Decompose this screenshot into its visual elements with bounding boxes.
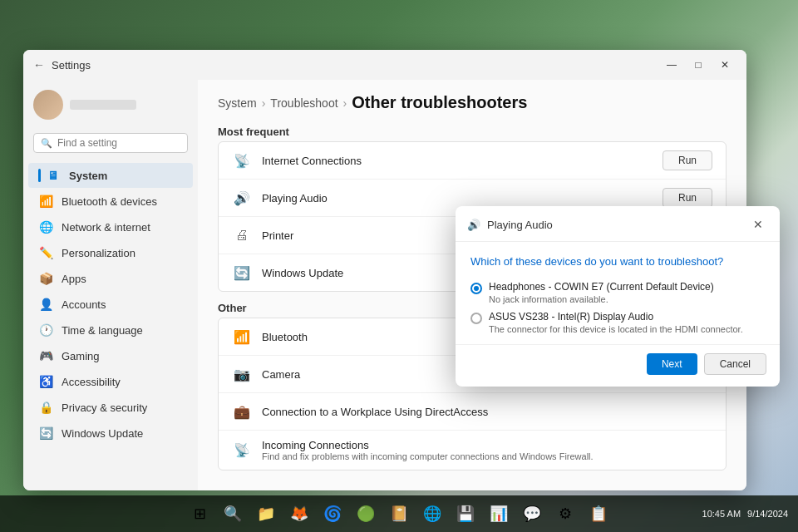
search-input[interactable] <box>57 137 182 149</box>
headphones-option: Headphones - COWIN E7 (Current Default D… <box>489 281 714 304</box>
title-bar: ← Settings — □ ✕ <box>23 50 746 80</box>
dialog-title-left: 🔊 Playing Audio <box>467 219 553 231</box>
system-icon: 🖥 <box>46 168 61 183</box>
run-audio-button[interactable]: Run <box>663 188 712 208</box>
dialog-title-bar: 🔊 Playing Audio ✕ <box>456 206 780 242</box>
accessibility-icon: ♿ <box>38 374 53 389</box>
sidebar-label-personalization: Personalization <box>62 247 135 259</box>
taskbar-right: 10:45 AM 9/14/2024 <box>702 509 788 519</box>
most-frequent-header: Most frequent <box>218 126 727 138</box>
avatar-area <box>23 86 198 130</box>
sidebar-item-windowsupdate[interactable]: 🔄 Windows Update <box>28 421 193 446</box>
radio-dot-headphones <box>470 283 482 294</box>
bluetooth-icon: 📶 <box>38 194 53 209</box>
dialog-close-button[interactable]: ✕ <box>748 214 768 234</box>
incoming-sub: Find and fix problems with incoming comp… <box>262 451 712 461</box>
sidebar-item-accessibility[interactable]: ♿ Accessibility <box>28 369 193 394</box>
sidebar-item-bluetooth[interactable]: 📶 Bluetooth & devices <box>28 189 193 214</box>
run-internet-button[interactable]: Run <box>663 150 712 170</box>
sidebar-label-apps: Apps <box>62 273 86 285</box>
taskbar-app2[interactable]: 🟢 <box>351 499 381 529</box>
workplace-icon: 💼 <box>232 401 252 421</box>
device-radio-group: Headphones - COWIN E7 (Current Default D… <box>470 281 765 334</box>
printer-icon: 🖨 <box>232 225 252 245</box>
window-title: Settings <box>52 59 91 71</box>
sidebar-item-privacy[interactable]: 🔒 Privacy & security <box>28 395 193 420</box>
taskbar-settings[interactable]: ⚙ <box>550 499 580 529</box>
minimize-button[interactable]: — <box>660 57 683 73</box>
taskbar-misc[interactable]: 📋 <box>584 499 613 529</box>
taskbar-excel[interactable]: 📊 <box>484 499 514 529</box>
taskbar-search[interactable]: 🔍 <box>218 499 248 529</box>
taskbar-app1[interactable]: 🌀 <box>318 499 347 529</box>
dialog-title: Playing Audio <box>487 219 553 231</box>
taskbar-explorer[interactable]: 📁 <box>251 499 281 529</box>
internet-icon: 📡 <box>232 150 252 170</box>
breadcrumb: System › Troubleshoot › Other troublesho… <box>218 93 727 112</box>
dialog-body: Which of these devices do you want to tr… <box>456 242 780 344</box>
maximize-button[interactable]: □ <box>687 57 710 73</box>
radio-item-headphones[interactable]: Headphones - COWIN E7 (Current Default D… <box>470 281 765 304</box>
personalization-icon: ✏️ <box>38 245 53 260</box>
taskbar-notes[interactable]: 📔 <box>384 499 414 529</box>
cancel-button[interactable]: Cancel <box>704 353 766 375</box>
sidebar-item-apps[interactable]: 📦 Apps <box>28 266 193 291</box>
avatar-name <box>70 100 136 110</box>
sidebar-label-gaming: Gaming <box>62 350 100 362</box>
search-icon: 🔍 <box>41 138 52 149</box>
taskbar-messenger[interactable]: 💬 <box>517 499 547 529</box>
taskbar-photoshop[interactable]: 💾 <box>451 499 480 529</box>
apps-icon: 📦 <box>38 271 53 286</box>
breadcrumb-system[interactable]: System <box>218 96 257 110</box>
privacy-icon: 🔒 <box>38 400 53 415</box>
sidebar-label-time: Time & language <box>62 324 143 337</box>
dialog-footer: Next Cancel <box>456 344 780 387</box>
radio-dot-asus <box>470 313 482 324</box>
breadcrumb-troubleshoot[interactable]: Troubleshoot <box>270 96 337 110</box>
dialog-title-icon: 🔊 <box>467 219 480 231</box>
network-icon: 🌐 <box>38 219 53 234</box>
dialog-question: Which of these devices do you want to tr… <box>470 255 765 268</box>
sidebar-item-personalization[interactable]: ✏️ Personalization <box>28 240 193 265</box>
sidebar-label-privacy: Privacy & security <box>62 401 147 414</box>
sidebar-label-network: Network & internet <box>62 221 150 234</box>
title-bar-controls: — □ ✕ <box>660 57 736 73</box>
time-icon: 🕐 <box>38 323 53 337</box>
asus-sub: The connector for this device is located… <box>489 324 743 334</box>
taskbar-browser2[interactable]: 🌐 <box>417 499 447 529</box>
sidebar-item-network[interactable]: 🌐 Network & internet <box>28 214 193 239</box>
back-button[interactable]: ← <box>33 58 45 71</box>
sidebar-label-accessibility: Accessibility <box>62 376 121 388</box>
headphones-sub: No jack information available. <box>489 294 714 304</box>
breadcrumb-sep-2: › <box>343 96 347 110</box>
taskbar-time: 10:45 AM <box>702 509 741 519</box>
active-indicator <box>38 169 41 182</box>
radio-item-asus[interactable]: ASUS VS238 - Intel(R) Display Audio The … <box>470 311 765 334</box>
list-item: 📡 Incoming Connections Find and fix prob… <box>219 431 726 470</box>
incoming-label: Incoming Connections <box>262 439 712 451</box>
sidebar-item-gaming[interactable]: 🎮 Gaming <box>28 343 193 368</box>
taskbar-browser1[interactable]: 🦊 <box>284 499 314 529</box>
taskbar: ⊞ 🔍 📁 🦊 🌀 🟢 📔 🌐 💾 📊 💬 ⚙ 📋 10:45 AM 9/14/… <box>0 495 798 532</box>
close-button[interactable]: ✕ <box>713 57 736 73</box>
audio-label: Playing Audio <box>262 192 653 204</box>
audio-icon: 🔊 <box>232 188 252 208</box>
next-button[interactable]: Next <box>647 353 697 375</box>
sidebar-item-system[interactable]: 🖥 System <box>28 163 193 188</box>
sidebar-item-time[interactable]: 🕐 Time & language <box>28 318 193 342</box>
gaming-icon: 🎮 <box>38 348 53 363</box>
incoming-icon: 📡 <box>232 441 252 461</box>
headphones-label: Headphones - COWIN E7 (Current Default D… <box>489 281 714 293</box>
sidebar-label-bluetooth: Bluetooth & devices <box>62 195 157 208</box>
sidebar-item-accounts[interactable]: 👤 Accounts <box>28 292 193 317</box>
sidebar-label-windowsupdate: Windows Update <box>62 427 143 440</box>
asus-option: ASUS VS238 - Intel(R) Display Audio The … <box>489 311 743 334</box>
asus-label: ASUS VS238 - Intel(R) Display Audio <box>489 311 743 323</box>
list-item: 💼 Connection to a Workplace Using Direct… <box>219 393 726 431</box>
bluetooth-row-icon: 📶 <box>232 327 252 347</box>
internet-label: Internet Connections <box>262 155 653 167</box>
search-box[interactable]: 🔍 <box>33 133 188 153</box>
playing-audio-dialog: 🔊 Playing Audio ✕ Which of these devices… <box>456 206 780 387</box>
winupdate-row-icon: 🔄 <box>232 263 252 283</box>
taskbar-start[interactable]: ⊞ <box>185 499 214 529</box>
